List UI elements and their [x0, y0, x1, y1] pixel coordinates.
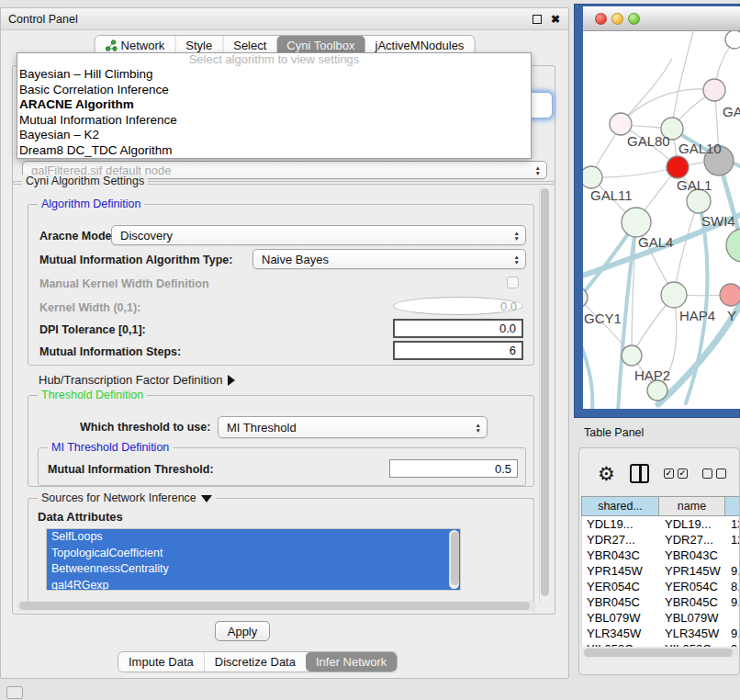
mi-algorithm-type-select[interactable]: Naive Bayes	[252, 249, 526, 269]
combo-arrows-icon	[476, 423, 481, 433]
table-row[interactable]: YBR043C YBR043C	[582, 548, 740, 563]
network-icon	[106, 40, 118, 51]
network-window-titlebar[interactable]	[583, 6, 740, 31]
table-row[interactable]: YBR045C YBR045C 9.	[582, 594, 740, 610]
hub-definition-expander[interactable]: Hub/Transcription Factor Definition	[39, 371, 235, 388]
node-partial-bottom[interactable]	[647, 380, 667, 401]
column-header-name[interactable]: name	[659, 496, 725, 516]
algorithm-option-selected[interactable]: ARACNE Algorithm	[17, 97, 531, 113]
tab-impute-data[interactable]: Impute Data	[118, 652, 204, 672]
kernel-width-label: Kernel Width (0,1):	[39, 301, 140, 314]
column-header-shared[interactable]: shared...	[581, 496, 659, 516]
select-all-icon[interactable]: ✓ ✓	[664, 469, 688, 479]
combo-arrows-icon	[514, 231, 520, 241]
svg-text:GAL1: GAL1	[677, 177, 712, 193]
gear-icon[interactable]: ⚙	[598, 464, 615, 483]
collapse-down-icon	[201, 495, 212, 502]
node-gal4[interactable]	[622, 208, 651, 237]
mi-steps-input[interactable]: 6	[393, 341, 523, 360]
mi-threshold-label: Mutual Information Threshold:	[48, 463, 214, 476]
dpi-tolerance-label: DPI Tolerance [0,1]:	[39, 323, 146, 336]
settings-vscroll-thumb[interactable]	[541, 188, 549, 596]
node-gal-cut[interactable]	[703, 79, 725, 101]
algorithm-option[interactable]: Mutual Information Inference	[17, 113, 531, 129]
combo-arrows-icon	[535, 165, 541, 175]
split-columns-icon[interactable]	[630, 464, 649, 483]
table-hscroll-thumb[interactable]	[584, 649, 733, 657]
algorithm-popup: Select algorithm to view settings Bayesi…	[17, 52, 532, 159]
float-panel-icon[interactable]	[533, 15, 542, 24]
settings-horizontal-scrollbar[interactable]	[17, 601, 536, 611]
node-gal80[interactable]	[610, 113, 632, 135]
svg-text:HAP2: HAP2	[634, 367, 670, 383]
svg-text:SWI4: SWI4	[701, 213, 735, 229]
algorithm-option[interactable]: Bayesian – Hill Climbing	[17, 67, 531, 83]
tab-infer-network[interactable]: Infer Network	[306, 652, 397, 672]
control-panel-title: Control Panel	[1, 13, 533, 26]
column-header-cut[interactable]: A	[725, 496, 740, 516]
close-panel-icon[interactable]: ✖	[551, 13, 560, 26]
table-row[interactable]: YPR145W YPR145W 9.	[582, 563, 740, 579]
svg-text:GAL: GAL	[723, 104, 740, 119]
apply-button[interactable]: Apply	[215, 621, 270, 641]
attribute-item[interactable]: SelfLoops	[47, 529, 460, 546]
expand-right-icon	[228, 375, 235, 386]
manual-kernel-width-checkbox[interactable]	[507, 277, 519, 288]
maximize-window-icon[interactable]	[628, 13, 640, 25]
table-row[interactable]: YDL19... YDL19... 13	[582, 516, 740, 532]
sources-group-title[interactable]: Sources for Network Inference	[38, 491, 216, 504]
sources-group: Sources for Network Inference Data Attri…	[28, 498, 534, 612]
node-gal11[interactable]	[583, 166, 602, 188]
algorithm-popup-placeholder: Select algorithm to view settings	[17, 53, 531, 67]
close-window-icon[interactable]	[595, 13, 607, 25]
minimize-window-icon[interactable]	[611, 13, 623, 25]
aracne-mode-select[interactable]: Discovery	[111, 225, 526, 245]
table-row[interactable]: YDR27... YDR27... 12	[582, 532, 740, 548]
manual-kernel-width-label: Manual Kernel Width Definition	[39, 277, 209, 290]
attributes-vertical-scrollbar[interactable]	[449, 530, 459, 589]
attribute-item[interactable]: TopologicalCoefficient	[47, 546, 460, 562]
data-attributes-list: SelfLoops TopologicalCoefficient Between…	[46, 528, 461, 591]
table-row[interactable]: YIL052C YIL052C 9.	[582, 641, 740, 647]
algorithm-option[interactable]: Bayesian – K2	[17, 128, 531, 143]
control-panel: Control Panel ✖ Network Style Select Cyn…	[0, 7, 569, 679]
table-row[interactable]: YER054C YER054C 8.	[582, 579, 740, 594]
tab-discretize-data[interactable]: Discretize Data	[204, 652, 306, 672]
dpi-tolerance-input[interactable]: 0.0	[393, 319, 523, 338]
cyni-algorithm-settings-group: Cyni Algorithm Settings Algorithm Defini…	[12, 181, 555, 615]
settings-group-title: Cyni Algorithm Settings	[22, 175, 148, 187]
minimized-panel-icon[interactable]	[6, 686, 23, 699]
settings-hscroll-thumb[interactable]	[19, 602, 530, 610]
attribute-item[interactable]: gal4RGexp	[47, 578, 460, 592]
data-attributes-label: Data Attributes	[38, 510, 123, 524]
node-salmon[interactable]	[720, 284, 740, 306]
table-row[interactable]: YBL079W YBL079W	[582, 610, 740, 626]
svg-text:GAL80: GAL80	[627, 133, 670, 149]
svg-text:HAP4: HAP4	[679, 308, 715, 323]
mi-threshold-input[interactable]: 0.5	[389, 459, 518, 478]
svg-text:Y: Y	[727, 308, 736, 323]
network-canvas[interactable]: GAL GAL80 GAL10 GAL1 GAL11 SWI4 GAL4 GCY…	[583, 31, 740, 409]
kernel-width-input[interactable]: 0.0	[393, 297, 523, 315]
node-partial-top[interactable]	[725, 31, 740, 49]
mi-threshold-group: MI Threshold Definition Mutual Informati…	[38, 447, 526, 486]
mi-algorithm-type-label: Mutual Information Algorithm Type:	[39, 254, 232, 266]
network-window[interactable]: GAL GAL80 GAL10 GAL1 GAL11 SWI4 GAL4 GCY…	[574, 4, 740, 418]
table-horizontal-scrollbar[interactable]	[582, 648, 738, 658]
table-row[interactable]: YLR345W YLR345W 9.	[582, 626, 740, 641]
settings-vertical-scrollbar[interactable]	[539, 186, 550, 604]
cyni-bottom-tabbar: Impute Data Discretize Data Infer Networ…	[118, 651, 398, 672]
which-threshold-select[interactable]: MI Threshold	[218, 416, 488, 438]
node-bright-green[interactable]	[726, 229, 740, 262]
control-panel-titlebar: Control Panel ✖	[1, 8, 568, 30]
node-gal1-red[interactable]	[667, 156, 689, 178]
node-hap2[interactable]	[622, 345, 642, 366]
threshold-definition-group: Threshold Definition Which threshold to …	[28, 395, 534, 487]
algorithm-option[interactable]: Basic Correlation Inference	[17, 83, 531, 98]
attribute-item[interactable]: BetweennessCentrality	[47, 561, 460, 578]
algorithm-option[interactable]: Dream8 DC_TDC Algorithm	[17, 143, 531, 159]
svg-text:GAL11: GAL11	[590, 187, 633, 203]
which-threshold-label: Which threshold to use:	[80, 421, 210, 434]
node-hap4[interactable]	[661, 282, 687, 308]
deselect-all-icon[interactable]	[702, 469, 726, 479]
